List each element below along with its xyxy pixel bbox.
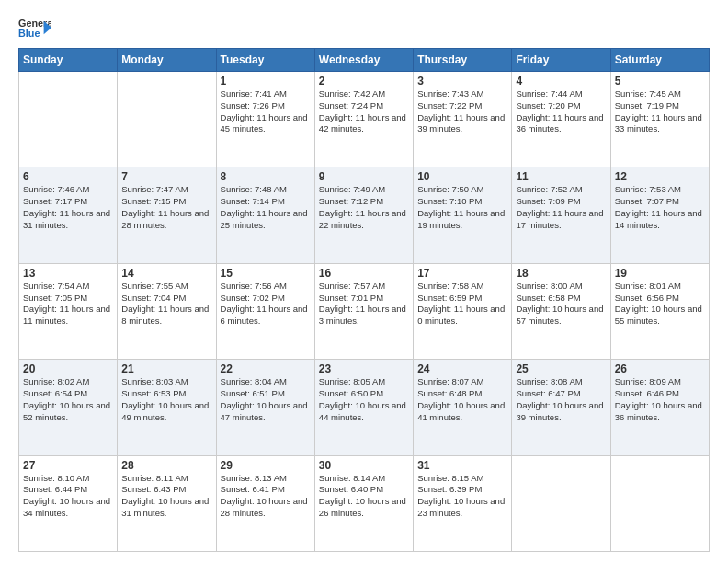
day-number: 26 bbox=[615, 362, 705, 375]
day-number: 8 bbox=[221, 170, 311, 183]
day-number: 6 bbox=[23, 170, 113, 183]
day-info: Sunrise: 7:49 AM Sunset: 7:12 PM Dayligh… bbox=[319, 184, 409, 231]
calendar-cell bbox=[512, 455, 610, 551]
day-info: Sunrise: 7:42 AM Sunset: 7:24 PM Dayligh… bbox=[319, 88, 409, 135]
calendar-cell: 8Sunrise: 7:48 AM Sunset: 7:14 PM Daylig… bbox=[216, 167, 314, 263]
day-info: Sunrise: 7:56 AM Sunset: 7:02 PM Dayligh… bbox=[221, 281, 311, 327]
calendar: SundayMondayTuesdayWednesdayThursdayFrid… bbox=[18, 48, 710, 552]
dow-header: Wednesday bbox=[314, 49, 413, 72]
calendar-cell: 18Sunrise: 8:00 AM Sunset: 6:58 PM Dayli… bbox=[512, 263, 610, 359]
day-number: 19 bbox=[615, 267, 705, 280]
day-number: 11 bbox=[516, 170, 606, 183]
dow-header: Monday bbox=[118, 49, 216, 72]
day-number: 30 bbox=[319, 459, 409, 472]
day-info: Sunrise: 7:46 AM Sunset: 7:17 PM Dayligh… bbox=[23, 184, 113, 231]
calendar-cell: 10Sunrise: 7:50 AM Sunset: 7:10 PM Dayli… bbox=[414, 167, 512, 263]
day-number: 7 bbox=[121, 170, 211, 183]
day-number: 15 bbox=[221, 267, 311, 280]
day-info: Sunrise: 8:04 AM Sunset: 6:51 PM Dayligh… bbox=[221, 376, 311, 423]
day-info: Sunrise: 7:41 AM Sunset: 7:26 PM Dayligh… bbox=[221, 88, 311, 135]
day-info: Sunrise: 8:05 AM Sunset: 6:50 PM Dayligh… bbox=[319, 376, 409, 423]
calendar-cell: 19Sunrise: 8:01 AM Sunset: 6:56 PM Dayli… bbox=[610, 263, 709, 359]
calendar-cell: 6Sunrise: 7:46 AM Sunset: 7:17 PM Daylig… bbox=[19, 167, 118, 263]
calendar-cell bbox=[118, 72, 216, 167]
day-number: 17 bbox=[417, 267, 507, 280]
day-number: 16 bbox=[319, 267, 409, 280]
day-number: 9 bbox=[319, 170, 409, 183]
day-info: Sunrise: 7:44 AM Sunset: 7:20 PM Dayligh… bbox=[516, 88, 606, 135]
calendar-cell: 1Sunrise: 7:41 AM Sunset: 7:26 PM Daylig… bbox=[216, 72, 314, 167]
calendar-cell: 7Sunrise: 7:47 AM Sunset: 7:15 PM Daylig… bbox=[118, 167, 216, 263]
calendar-cell: 11Sunrise: 7:52 AM Sunset: 7:09 PM Dayli… bbox=[512, 167, 610, 263]
day-number: 21 bbox=[121, 362, 211, 375]
day-info: Sunrise: 8:03 AM Sunset: 6:53 PM Dayligh… bbox=[121, 376, 211, 423]
day-info: Sunrise: 7:43 AM Sunset: 7:22 PM Dayligh… bbox=[417, 88, 507, 135]
calendar-cell: 24Sunrise: 8:07 AM Sunset: 6:48 PM Dayli… bbox=[414, 360, 512, 455]
calendar-cell: 12Sunrise: 7:53 AM Sunset: 7:07 PM Dayli… bbox=[610, 167, 709, 263]
day-info: Sunrise: 7:48 AM Sunset: 7:14 PM Dayligh… bbox=[221, 184, 311, 231]
day-info: Sunrise: 8:02 AM Sunset: 6:54 PM Dayligh… bbox=[23, 376, 113, 423]
calendar-cell: 2Sunrise: 7:42 AM Sunset: 7:24 PM Daylig… bbox=[314, 72, 413, 167]
calendar-cell: 31Sunrise: 8:15 AM Sunset: 6:39 PM Dayli… bbox=[414, 455, 512, 551]
day-number: 31 bbox=[417, 459, 507, 472]
calendar-cell: 22Sunrise: 8:04 AM Sunset: 6:51 PM Dayli… bbox=[216, 360, 314, 455]
dow-header: Friday bbox=[512, 49, 610, 72]
day-number: 1 bbox=[221, 75, 311, 87]
day-number: 24 bbox=[417, 362, 507, 375]
calendar-cell: 17Sunrise: 7:58 AM Sunset: 6:59 PM Dayli… bbox=[414, 263, 512, 359]
calendar-cell: 15Sunrise: 7:56 AM Sunset: 7:02 PM Dayli… bbox=[216, 263, 314, 359]
logo: General Blue bbox=[18, 15, 51, 40]
day-number: 18 bbox=[516, 267, 606, 280]
day-info: Sunrise: 8:13 AM Sunset: 6:41 PM Dayligh… bbox=[221, 473, 311, 520]
dow-header: Thursday bbox=[414, 49, 512, 72]
svg-text:Blue: Blue bbox=[18, 28, 40, 39]
day-info: Sunrise: 7:57 AM Sunset: 7:01 PM Dayligh… bbox=[319, 281, 409, 327]
day-info: Sunrise: 8:01 AM Sunset: 6:56 PM Dayligh… bbox=[615, 281, 705, 327]
day-info: Sunrise: 8:00 AM Sunset: 6:58 PM Dayligh… bbox=[516, 281, 606, 327]
calendar-cell: 26Sunrise: 8:09 AM Sunset: 6:46 PM Dayli… bbox=[610, 360, 709, 455]
dow-header: Tuesday bbox=[216, 49, 314, 72]
dow-header: Saturday bbox=[610, 49, 709, 72]
calendar-cell: 28Sunrise: 8:11 AM Sunset: 6:43 PM Dayli… bbox=[118, 455, 216, 551]
header: General Blue bbox=[18, 15, 710, 40]
calendar-cell: 3Sunrise: 7:43 AM Sunset: 7:22 PM Daylig… bbox=[414, 72, 512, 167]
calendar-cell: 20Sunrise: 8:02 AM Sunset: 6:54 PM Dayli… bbox=[19, 360, 118, 455]
calendar-cell: 13Sunrise: 7:54 AM Sunset: 7:05 PM Dayli… bbox=[19, 263, 118, 359]
day-number: 10 bbox=[417, 170, 507, 183]
calendar-cell: 25Sunrise: 8:08 AM Sunset: 6:47 PM Dayli… bbox=[512, 360, 610, 455]
day-number: 13 bbox=[23, 267, 113, 280]
calendar-cell: 21Sunrise: 8:03 AM Sunset: 6:53 PM Dayli… bbox=[118, 360, 216, 455]
calendar-cell: 5Sunrise: 7:45 AM Sunset: 7:19 PM Daylig… bbox=[610, 72, 709, 167]
calendar-cell: 23Sunrise: 8:05 AM Sunset: 6:50 PM Dayli… bbox=[314, 360, 413, 455]
day-info: Sunrise: 7:53 AM Sunset: 7:07 PM Dayligh… bbox=[615, 184, 705, 231]
day-info: Sunrise: 7:54 AM Sunset: 7:05 PM Dayligh… bbox=[23, 281, 113, 327]
day-number: 22 bbox=[221, 362, 311, 375]
day-info: Sunrise: 8:10 AM Sunset: 6:44 PM Dayligh… bbox=[23, 473, 113, 520]
calendar-cell bbox=[19, 72, 118, 167]
day-info: Sunrise: 7:55 AM Sunset: 7:04 PM Dayligh… bbox=[121, 281, 211, 327]
day-number: 3 bbox=[417, 75, 507, 87]
day-number: 14 bbox=[121, 267, 211, 280]
day-info: Sunrise: 8:07 AM Sunset: 6:48 PM Dayligh… bbox=[417, 376, 507, 423]
day-number: 2 bbox=[319, 75, 409, 87]
day-info: Sunrise: 8:15 AM Sunset: 6:39 PM Dayligh… bbox=[417, 473, 507, 520]
calendar-cell: 9Sunrise: 7:49 AM Sunset: 7:12 PM Daylig… bbox=[314, 167, 413, 263]
day-number: 23 bbox=[319, 362, 409, 375]
calendar-cell bbox=[610, 455, 709, 551]
day-number: 12 bbox=[615, 170, 705, 183]
day-info: Sunrise: 7:47 AM Sunset: 7:15 PM Dayligh… bbox=[121, 184, 211, 231]
calendar-cell: 29Sunrise: 8:13 AM Sunset: 6:41 PM Dayli… bbox=[216, 455, 314, 551]
day-info: Sunrise: 7:45 AM Sunset: 7:19 PM Dayligh… bbox=[615, 88, 705, 135]
calendar-cell: 14Sunrise: 7:55 AM Sunset: 7:04 PM Dayli… bbox=[118, 263, 216, 359]
day-number: 29 bbox=[221, 459, 311, 472]
day-info: Sunrise: 8:11 AM Sunset: 6:43 PM Dayligh… bbox=[121, 473, 211, 520]
day-info: Sunrise: 8:08 AM Sunset: 6:47 PM Dayligh… bbox=[516, 376, 606, 423]
day-number: 4 bbox=[516, 75, 606, 87]
calendar-cell: 30Sunrise: 8:14 AM Sunset: 6:40 PM Dayli… bbox=[314, 455, 413, 551]
day-info: Sunrise: 7:58 AM Sunset: 6:59 PM Dayligh… bbox=[417, 281, 507, 327]
day-info: Sunrise: 7:52 AM Sunset: 7:09 PM Dayligh… bbox=[516, 184, 606, 231]
day-number: 27 bbox=[23, 459, 113, 472]
day-number: 5 bbox=[615, 75, 705, 87]
day-number: 28 bbox=[121, 459, 211, 472]
day-info: Sunrise: 8:09 AM Sunset: 6:46 PM Dayligh… bbox=[615, 376, 705, 423]
